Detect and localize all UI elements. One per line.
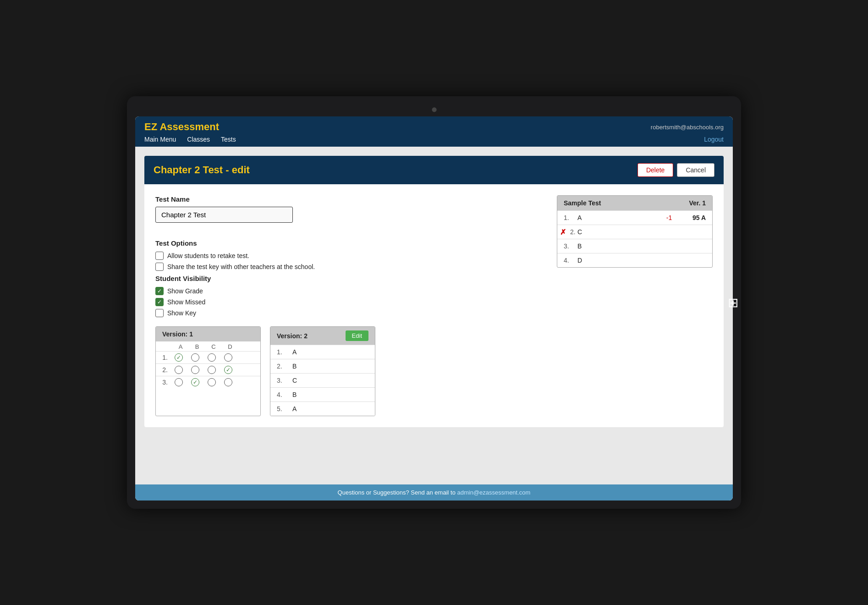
versions-row: Version: 1 A B C D (155, 326, 538, 416)
user-email: robertsmith@abschools.org (651, 124, 724, 131)
student-visibility-label: Student Visibility (155, 275, 538, 282)
test-options-section: Test Options Allow students to retake te… (155, 239, 538, 271)
table-row: 4. D (557, 253, 712, 267)
logout-link[interactable]: Logout (704, 136, 724, 143)
version2-table: Version: 2 Edit 1. A (270, 326, 375, 416)
version2-header: Version: 2 Edit (270, 327, 375, 345)
cancel-button[interactable]: Cancel (677, 163, 714, 177)
card-header: Chapter 2 Test - edit Delete Cancel (144, 156, 724, 184)
table-row: 1. (156, 351, 260, 363)
version1-header: Version: 1 (156, 327, 260, 341)
version2-body: 1. A 2. B 3. (270, 345, 375, 416)
radio-q2-b[interactable] (191, 366, 199, 374)
show-key-label: Show Key (167, 309, 196, 317)
list-item: 1. A (270, 345, 375, 359)
version1-table: Version: 1 A B C D (155, 326, 261, 416)
test-name-input[interactable] (155, 207, 293, 223)
show-grade-row: ✓ Show Grade (155, 287, 538, 295)
share-checkbox-row: Share the test key with other teachers a… (155, 263, 538, 271)
list-item: 2. B (270, 359, 375, 373)
version1-title: Version: 1 (162, 330, 193, 338)
footer: Questions or Suggestions? Send an email … (135, 484, 733, 500)
retake-label: Allow students to retake test. (167, 252, 249, 259)
version2-edit-button[interactable]: Edit (346, 330, 368, 341)
footer-text: Questions or Suggestions? Send an email … (338, 489, 456, 496)
table-row: 3. B (557, 239, 712, 253)
table-row: ✗ 2. C (557, 225, 712, 239)
missed-x-icon: ✗ (560, 228, 566, 236)
version1-body: A B C D 1. (156, 341, 260, 388)
main-content: Chapter 2 Test - edit Delete Cancel Test… (135, 147, 733, 484)
radio-q2-d[interactable] (224, 366, 232, 374)
show-grade-checkbox[interactable]: ✓ (155, 287, 164, 295)
radio-q3-c[interactable] (208, 378, 216, 386)
nav-classes[interactable]: Classes (187, 136, 210, 143)
sample-test-header: Sample Test Ver. 1 (557, 196, 712, 210)
share-label: Share the test key with other teachers a… (167, 263, 315, 270)
show-missed-row: ✓ Show Missed (155, 298, 538, 306)
radio-q1-d[interactable] (224, 353, 232, 362)
retake-checkbox-row: Allow students to retake test. (155, 252, 538, 260)
test-options-label: Test Options (155, 239, 538, 247)
delete-button[interactable]: Delete (637, 163, 673, 177)
sample-test-table: Sample Test Ver. 1 1. A -1 95 A (557, 195, 713, 268)
share-checkbox[interactable] (155, 263, 164, 271)
version2-title: Version: 2 (277, 332, 308, 340)
list-item: 4. B (270, 387, 375, 402)
sample-test-title: Sample Test (564, 199, 601, 207)
windows-logo-icon: ⊞ (728, 295, 738, 310)
footer-email[interactable]: admin@ezassessment.com (457, 489, 531, 496)
page-title: Chapter 2 Test - edit (154, 164, 250, 176)
card-body: Test Name Test Options Allow students to… (144, 184, 724, 427)
table-row: 3. (156, 376, 260, 388)
student-visibility-section: Student Visibility ✓ Show Grade ✓ Show M… (155, 275, 538, 317)
radio-q2-a[interactable] (175, 366, 183, 374)
radio-q1-b[interactable] (191, 353, 199, 362)
radio-q3-b[interactable] (191, 378, 199, 386)
radio-q1-a[interactable] (175, 353, 183, 362)
table-row: 1. A -1 95 A (557, 210, 712, 225)
show-grade-label: Show Grade (167, 287, 203, 295)
radio-q2-c[interactable] (208, 366, 216, 374)
list-item: 5. A (270, 402, 375, 416)
nav-bar: EZ Assessment robertsmith@abschools.org … (135, 116, 733, 147)
nav-main-menu[interactable]: Main Menu (144, 136, 176, 143)
table-row: 2. (156, 363, 260, 376)
show-missed-label: Show Missed (167, 298, 205, 306)
radio-q1-c[interactable] (208, 353, 216, 362)
radio-q3-a[interactable] (175, 378, 183, 386)
sample-test-version: Ver. 1 (689, 199, 706, 207)
show-missed-checkbox[interactable]: ✓ (155, 298, 164, 306)
list-item: 3. C (270, 373, 375, 387)
sample-test-section: Sample Test Ver. 1 1. A -1 95 A (557, 195, 713, 416)
show-key-checkbox[interactable] (155, 309, 164, 317)
retake-checkbox[interactable] (155, 252, 164, 260)
radio-q3-d[interactable] (224, 378, 232, 386)
edit-card: Chapter 2 Test - edit Delete Cancel Test… (144, 156, 724, 427)
test-name-section: Test Name (155, 195, 538, 232)
header-buttons: Delete Cancel (637, 163, 714, 177)
show-key-row: Show Key (155, 309, 538, 317)
test-name-label: Test Name (155, 195, 538, 203)
app-title: EZ Assessment (144, 121, 219, 133)
nav-tests[interactable]: Tests (221, 136, 236, 143)
version1-options-header: A B C D (156, 341, 260, 351)
